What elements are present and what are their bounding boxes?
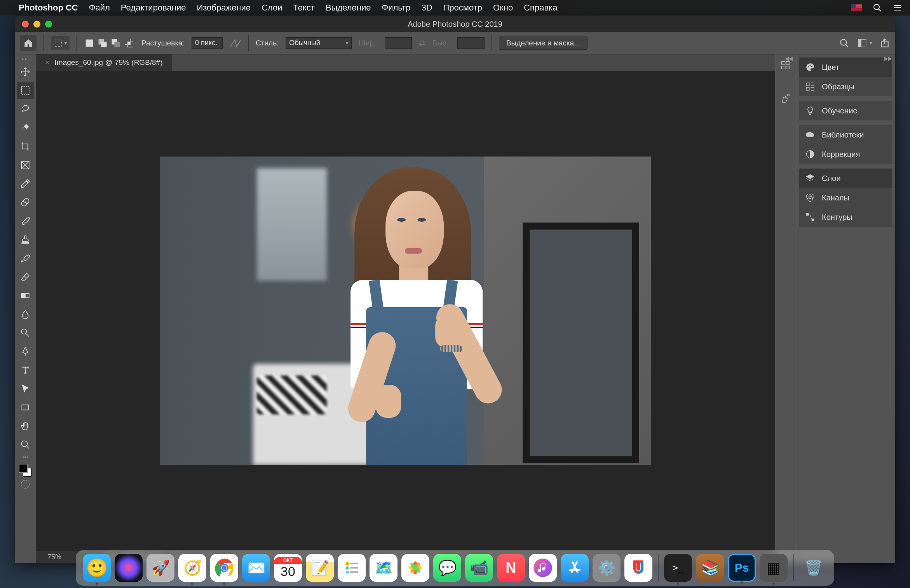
svg-rect-60 [350, 567, 358, 569]
dock-appstore[interactable] [561, 554, 589, 582]
search-icon[interactable] [839, 38, 849, 48]
selection-subtract-icon[interactable] [110, 38, 121, 49]
dock-mail[interactable]: ✉️ [242, 554, 270, 582]
eraser-tool[interactable] [17, 268, 34, 285]
feather-label: Растушевка: [141, 39, 185, 47]
foreground-background-colors[interactable] [17, 462, 34, 479]
current-tool-preset[interactable]: ▾ [51, 36, 70, 50]
move-tool[interactable] [17, 63, 34, 80]
history-brush-tool[interactable] [17, 250, 34, 267]
type-tool[interactable] [17, 362, 34, 379]
panel-libraries[interactable]: Библиотеки [799, 125, 892, 144]
panel-adjustments[interactable]: Коррекция [799, 144, 892, 164]
svg-point-26 [26, 203, 27, 204]
menu-layers[interactable]: Слои [261, 3, 282, 13]
quick-mask-toggle[interactable] [17, 479, 34, 490]
app-menu[interactable]: Photoshop CC [19, 3, 78, 13]
svg-rect-58 [350, 563, 358, 564]
menu-edit[interactable]: Редактирование [121, 3, 186, 13]
dock-chrome[interactable] [210, 554, 238, 582]
path-select-tool[interactable] [17, 380, 34, 397]
close-tab-icon[interactable]: × [45, 59, 49, 67]
workspace-switcher[interactable]: ▾ [857, 38, 872, 48]
input-source-icon[interactable] [851, 4, 862, 11]
gradient-tool[interactable] [17, 287, 34, 304]
brush-tool[interactable] [17, 212, 34, 230]
home-button[interactable] [20, 35, 37, 51]
menu-image[interactable]: Изображение [197, 3, 251, 13]
window-titlebar[interactable]: Adobe Photoshop CC 2019 [15, 16, 895, 32]
share-icon[interactable] [880, 38, 890, 48]
canvas-viewport[interactable] [36, 71, 775, 551]
dock-itunes[interactable] [529, 554, 557, 582]
document-tab[interactable]: × Images_60.jpg @ 75% (RGB/8#) [36, 54, 172, 71]
menu-window[interactable]: Окно [493, 3, 513, 13]
dock-app-unknown[interactable]: ▦ [760, 554, 788, 582]
panel-channels[interactable]: Каналы [799, 188, 892, 207]
swatches-icon [805, 81, 816, 92]
menu-filter[interactable]: Фильтр [382, 3, 411, 13]
menu-3d[interactable]: 3D [421, 3, 432, 13]
window-maximize-button[interactable] [45, 21, 52, 28]
dodge-tool[interactable] [17, 324, 34, 341]
blur-tool[interactable] [17, 306, 34, 323]
panel-layers[interactable]: Слои [799, 169, 892, 188]
marquee-tool[interactable] [17, 82, 34, 99]
panel-swatches[interactable]: Образцы [799, 77, 892, 96]
dock-safari[interactable]: 🧭 [178, 554, 206, 582]
selection-new-icon[interactable] [84, 38, 95, 49]
control-center-icon[interactable] [893, 3, 902, 12]
toolbar-handle[interactable]: ▸▸ [22, 57, 28, 61]
style-select[interactable]: Обычный▾ [286, 37, 352, 49]
stamp-tool[interactable] [17, 231, 34, 248]
dock-photoshop[interactable]: Ps [728, 554, 756, 582]
antialias-icon[interactable] [230, 38, 241, 48]
zoom-tool[interactable] [17, 436, 34, 453]
panel-learn[interactable]: Обучение [799, 101, 892, 120]
select-and-mask-button[interactable]: Выделение и маска... [499, 37, 587, 50]
menu-view[interactable]: Просмотр [443, 3, 482, 13]
dock-notes[interactable]: 📝 [306, 554, 334, 582]
dock-facetime[interactable]: 📹 [465, 554, 493, 582]
dock-preferences[interactable]: ⚙️ [593, 554, 621, 582]
properties-panel-icon[interactable] [779, 92, 793, 106]
dock-launchpad[interactable]: 🚀 [146, 554, 174, 582]
eyedropper-tool[interactable] [17, 175, 34, 192]
expand-strip-icon[interactable]: ◀◀ [785, 56, 793, 61]
dock-maps[interactable]: 🗺️ [370, 554, 397, 582]
crop-tool[interactable] [17, 138, 34, 155]
panel-color[interactable]: Цвет [799, 57, 892, 77]
dock-news[interactable]: N [497, 554, 525, 582]
quick-select-tool[interactable] [17, 119, 34, 136]
dock-trash[interactable]: 🗑️ [799, 554, 827, 582]
edit-toolbar-button[interactable]: ••• [17, 454, 34, 462]
rectangle-tool[interactable] [17, 399, 34, 416]
dock-finder[interactable]: 🙂 [83, 554, 111, 582]
selection-intersect-icon[interactable] [124, 38, 134, 49]
dock-calendar[interactable]: ОКТ 30 [274, 554, 302, 582]
healing-tool[interactable] [17, 194, 34, 211]
dock-siri[interactable] [115, 554, 143, 582]
selection-add-icon[interactable] [97, 38, 108, 49]
menu-select[interactable]: Выделение [326, 3, 371, 13]
dock-messages[interactable]: 💬 [433, 554, 461, 582]
dock-magnet[interactable] [624, 554, 652, 582]
feather-input[interactable] [192, 37, 223, 49]
spotlight-icon[interactable] [873, 3, 882, 12]
document-canvas[interactable] [160, 157, 651, 465]
hand-tool[interactable] [17, 418, 34, 435]
pen-tool[interactable] [17, 343, 34, 360]
panel-paths[interactable]: Контуры [799, 207, 892, 227]
menu-text[interactable]: Текст [293, 3, 315, 13]
lasso-tool[interactable] [17, 101, 34, 118]
menu-help[interactable]: Справка [524, 3, 557, 13]
dock-terminal[interactable]: >_ [664, 554, 692, 582]
dock-books[interactable]: 📚 [696, 554, 724, 582]
dock-reminders[interactable] [338, 554, 366, 582]
window-minimize-button[interactable] [33, 21, 40, 28]
dock-photos[interactable] [401, 554, 429, 582]
collapse-panels-icon[interactable]: ▶▶ [884, 56, 892, 61]
frame-tool[interactable] [17, 157, 34, 174]
menu-file[interactable]: Файл [89, 3, 110, 13]
window-close-button[interactable] [22, 21, 29, 28]
